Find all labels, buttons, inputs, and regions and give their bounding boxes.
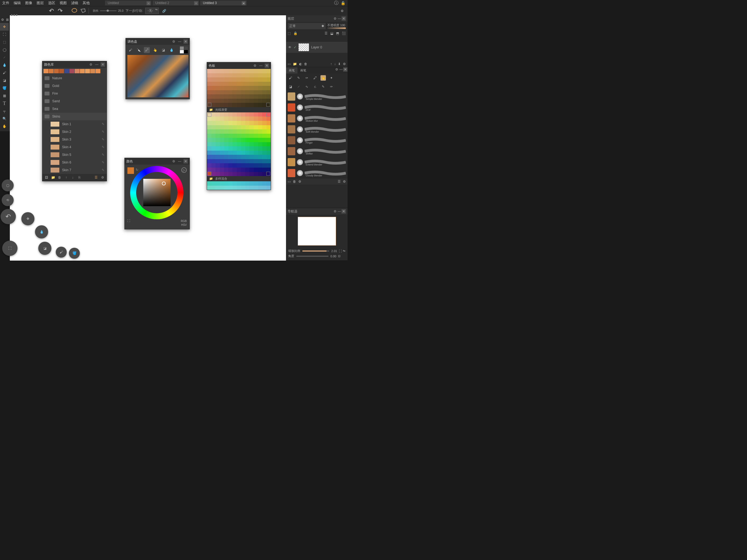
swatch[interactable]	[75, 69, 80, 73]
add-swatch[interactable]	[208, 113, 211, 117]
brush-icon[interactable]: 🖌	[288, 75, 293, 81]
tool-icon[interactable]: ✑	[329, 84, 334, 90]
gear-icon[interactable]: ⚙	[343, 180, 346, 183]
close-icon[interactable]: ✕	[183, 40, 188, 44]
minimize-icon[interactable]: —	[177, 159, 182, 163]
swatch-grid-1[interactable]	[207, 69, 271, 107]
tab-untitled[interactable]: Untitled✕	[105, 1, 152, 5]
align-icon[interactable]: ☰	[325, 31, 328, 35]
quick-eraser-tool[interactable]: ◪	[38, 242, 51, 255]
lock-all-icon[interactable]: ⬚	[288, 31, 291, 35]
tool-icon[interactable]: ✎	[320, 84, 326, 90]
swatch[interactable]	[90, 69, 95, 73]
menu-image[interactable]: 图像	[25, 1, 32, 5]
blend-mode-dropdown[interactable]: 正常◆	[288, 23, 326, 29]
eraser-icon[interactable]: ◪	[160, 47, 166, 53]
tab-untitled-2[interactable]: Untitled 2✕	[153, 1, 199, 5]
close-icon[interactable]: ✕	[341, 209, 346, 213]
crop-icon[interactable]: ⛶	[127, 219, 130, 227]
down-icon[interactable]: ↓	[70, 175, 75, 180]
eraser-icon[interactable]: ◪	[288, 84, 293, 90]
close-icon[interactable]: ✕	[265, 63, 269, 68]
minimize-icon[interactable]: —	[259, 63, 263, 68]
trash-icon[interactable]: 🗑	[304, 62, 307, 66]
trash-icon[interactable]: 🗑	[57, 175, 62, 180]
down-icon[interactable]: ↓	[334, 62, 336, 66]
swatch[interactable]	[54, 69, 59, 73]
lock-icon[interactable]: 🔒	[341, 1, 345, 5]
brush-item[interactable]: Extend blender	[286, 157, 347, 168]
close-icon[interactable]: ✕	[343, 67, 347, 72]
pencil-icon[interactable]: ✎	[296, 75, 301, 81]
align-icon[interactable]: ⬓	[330, 31, 333, 35]
quick-brush-tool[interactable]: 🖌	[56, 247, 67, 258]
add-swatch[interactable]	[266, 172, 270, 176]
folder-sea[interactable]: Sea	[42, 105, 107, 113]
edit-icon[interactable]: ✎	[102, 122, 104, 126]
gear-icon[interactable]: ⚙	[339, 8, 345, 14]
lasso-icon[interactable]	[71, 8, 78, 14]
swatch[interactable]	[59, 69, 64, 73]
angle-slider[interactable]	[297, 256, 328, 257]
eyedropper-icon[interactable]: 💧	[169, 47, 175, 53]
next-action-dropdown[interactable]: -无-	[145, 8, 159, 14]
swatch[interactable]	[85, 69, 90, 73]
brush-tab-2[interactable]: 画笔	[298, 67, 309, 74]
skin-item[interactable]: Skin 4✎	[42, 143, 107, 151]
quick-undo-tool[interactable]: ↶	[1, 209, 16, 224]
move-tool[interactable]: ✥	[0, 23, 9, 31]
menu-select[interactable]: 选区	[48, 1, 55, 5]
edit-icon[interactable]: ✎	[102, 137, 104, 142]
quick-fullscreen-tool[interactable]: ⛶	[2, 240, 18, 256]
swatch[interactable]	[70, 69, 74, 73]
add-swatch[interactable]	[266, 113, 270, 117]
gear-icon[interactable]: ⚙	[172, 159, 176, 163]
brush-item[interactable]: Finger	[286, 135, 347, 146]
brush-tool[interactable]: 🖌	[0, 69, 9, 77]
quick-move-tool[interactable]: ✥	[21, 212, 34, 225]
brush-item[interactable]: DOF	[286, 102, 347, 113]
paint-tool[interactable]: ╤	[0, 107, 9, 115]
gear-icon[interactable]: ⚙	[334, 67, 339, 72]
fill-tool[interactable]: 🪣	[0, 84, 9, 92]
current-color[interactable]	[127, 167, 134, 174]
smudge-icon[interactable]: 👆	[152, 47, 158, 53]
finger-icon[interactable]: 👆	[320, 75, 326, 81]
folder-sand[interactable]: Sand	[42, 97, 107, 105]
merge-icon[interactable]: ⬇	[338, 62, 341, 66]
edit-icon[interactable]: ✎	[102, 160, 104, 164]
rgb-label[interactable]: RGB	[181, 219, 187, 223]
menu-other[interactable]: 其他	[83, 1, 90, 5]
link-icon[interactable]: 🔗	[161, 8, 168, 14]
gear-icon[interactable]: ⚙	[298, 180, 301, 183]
color-square[interactable]	[143, 179, 171, 206]
minimize-icon[interactable]: —	[177, 40, 182, 44]
add-swatch[interactable]	[266, 103, 270, 107]
brush-tab-1[interactable]: 画笔	[286, 67, 298, 74]
list-icon[interactable]: ☰	[94, 175, 98, 180]
swap-icon[interactable]: ↻	[136, 168, 138, 172]
align-icon[interactable]: ⬒	[336, 31, 339, 35]
flip-icon[interactable]: ⇋	[343, 249, 345, 253]
skin-item[interactable]: Skin 5✎	[42, 151, 107, 159]
align-icon[interactable]: ⬛	[342, 31, 346, 35]
brush-item[interactable]: Simple blender	[286, 91, 347, 102]
brush-icon[interactable]: 🖌	[127, 47, 133, 53]
stabilizer-slider[interactable]	[100, 10, 117, 11]
close-icon[interactable]: ✕	[242, 1, 246, 5]
palette-canvas[interactable]	[127, 55, 188, 97]
folder-nature[interactable]: Nature	[42, 74, 107, 82]
navigator-preview[interactable]	[298, 217, 336, 246]
folder-fire[interactable]: Fire	[42, 90, 107, 97]
minimize-icon[interactable]: —	[337, 209, 341, 213]
gear-icon[interactable]: ⚙	[253, 63, 257, 68]
folder-skins[interactable]: Skins	[42, 113, 107, 120]
wand-tool[interactable]: ⟋	[0, 54, 9, 61]
skin-item[interactable]: Skin 6✎	[42, 159, 107, 166]
gear-icon[interactable]: ⚙	[343, 62, 346, 66]
up-icon[interactable]: ↑	[330, 62, 332, 66]
brush-item[interactable]: Shifter	[286, 146, 347, 157]
marker-icon[interactable]: 🖍	[312, 75, 318, 81]
gear-icon[interactable]: ⚙	[172, 40, 176, 44]
tool-icon[interactable]: ⟋	[296, 84, 301, 90]
